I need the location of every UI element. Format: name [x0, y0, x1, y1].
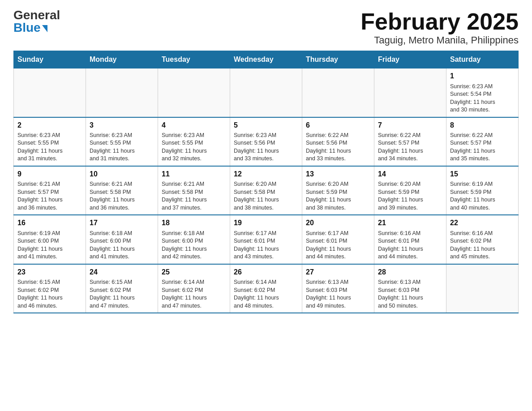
calendar-header: SundayMondayTuesdayWednesdayThursdayFrid… [14, 51, 519, 68]
calendar-day-header: Saturday [446, 51, 519, 68]
calendar-day-cell: 16Sunrise: 6:19 AM Sunset: 6:00 PM Dayli… [14, 215, 86, 264]
calendar-day-cell: 26Sunrise: 6:14 AM Sunset: 6:02 PM Dayli… [230, 264, 302, 313]
day-info: Sunrise: 6:17 AM Sunset: 6:01 PM Dayligh… [234, 230, 298, 261]
calendar-week-row: 9Sunrise: 6:21 AM Sunset: 5:57 PM Daylig… [14, 166, 519, 215]
day-number: 21 [378, 218, 442, 228]
day-info: Sunrise: 6:20 AM Sunset: 5:59 PM Dayligh… [306, 180, 370, 212]
calendar-day-cell: 9Sunrise: 6:21 AM Sunset: 5:57 PM Daylig… [14, 166, 86, 215]
day-number: 6 [306, 120, 370, 130]
page-header: General Blue February 2025 Taguig, Metro… [13, 9, 519, 46]
day-info: Sunrise: 6:21 AM Sunset: 5:58 PM Dayligh… [162, 180, 226, 212]
day-info: Sunrise: 6:20 AM Sunset: 5:58 PM Dayligh… [234, 180, 298, 212]
calendar-title: February 2025 [360, 9, 519, 34]
day-info: Sunrise: 6:17 AM Sunset: 6:01 PM Dayligh… [306, 230, 370, 261]
calendar-day-cell: 17Sunrise: 6:18 AM Sunset: 6:00 PM Dayli… [86, 215, 158, 264]
day-number: 16 [17, 218, 82, 228]
day-number: 18 [162, 218, 226, 228]
logo-text-group: General Blue [13, 9, 60, 34]
day-info: Sunrise: 6:14 AM Sunset: 6:02 PM Dayligh… [234, 278, 298, 310]
calendar-table: SundayMondayTuesdayWednesdayThursdayFrid… [13, 51, 519, 313]
calendar-day-cell: 12Sunrise: 6:20 AM Sunset: 5:58 PM Dayli… [230, 166, 302, 215]
calendar-week-row: 23Sunrise: 6:15 AM Sunset: 6:02 PM Dayli… [14, 264, 519, 313]
day-number: 27 [306, 267, 370, 277]
calendar-day-cell: 23Sunrise: 6:15 AM Sunset: 6:02 PM Dayli… [14, 264, 86, 313]
day-info: Sunrise: 6:13 AM Sunset: 6:03 PM Dayligh… [378, 278, 442, 310]
calendar-day-cell: 13Sunrise: 6:20 AM Sunset: 5:59 PM Dayli… [302, 166, 374, 215]
day-info: Sunrise: 6:16 AM Sunset: 6:01 PM Dayligh… [378, 230, 442, 261]
day-number: 7 [378, 120, 442, 130]
calendar-day-cell [86, 68, 158, 117]
day-number: 11 [162, 169, 226, 179]
day-number: 17 [90, 218, 154, 228]
logo-general-text: General [13, 9, 60, 21]
calendar-day-cell: 6Sunrise: 6:22 AM Sunset: 5:56 PM Daylig… [302, 117, 374, 166]
title-area: February 2025 Taguig, Metro Manila, Phil… [360, 9, 519, 46]
day-number: 3 [90, 120, 154, 130]
calendar-day-cell: 5Sunrise: 6:23 AM Sunset: 5:56 PM Daylig… [230, 117, 302, 166]
day-info: Sunrise: 6:14 AM Sunset: 6:02 PM Dayligh… [162, 278, 226, 310]
calendar-week-row: 16Sunrise: 6:19 AM Sunset: 6:00 PM Dayli… [14, 215, 519, 264]
day-info: Sunrise: 6:16 AM Sunset: 6:02 PM Dayligh… [450, 230, 515, 261]
calendar-day-header: Sunday [14, 51, 86, 68]
calendar-day-cell: 19Sunrise: 6:17 AM Sunset: 6:01 PM Dayli… [230, 215, 302, 264]
day-info: Sunrise: 6:22 AM Sunset: 5:56 PM Dayligh… [306, 132, 370, 163]
day-info: Sunrise: 6:21 AM Sunset: 5:58 PM Dayligh… [90, 180, 154, 212]
day-number: 15 [450, 169, 515, 179]
calendar-day-header: Monday [86, 51, 158, 68]
day-number: 4 [162, 120, 226, 130]
day-number: 26 [234, 267, 298, 277]
calendar-day-cell: 28Sunrise: 6:13 AM Sunset: 6:03 PM Dayli… [374, 264, 446, 313]
logo-blue-row: Blue [13, 21, 60, 34]
calendar-day-cell: 1Sunrise: 6:23 AM Sunset: 5:54 PM Daylig… [446, 68, 519, 117]
day-number: 9 [17, 169, 82, 179]
calendar-header-row: SundayMondayTuesdayWednesdayThursdayFrid… [14, 51, 519, 68]
day-number: 2 [17, 120, 82, 130]
calendar-day-cell: 11Sunrise: 6:21 AM Sunset: 5:58 PM Dayli… [158, 166, 230, 215]
day-number: 23 [17, 267, 82, 277]
calendar-day-cell: 14Sunrise: 6:20 AM Sunset: 5:59 PM Dayli… [374, 166, 446, 215]
calendar-day-cell: 15Sunrise: 6:19 AM Sunset: 5:59 PM Dayli… [446, 166, 519, 215]
calendar-day-cell: 25Sunrise: 6:14 AM Sunset: 6:02 PM Dayli… [158, 264, 230, 313]
day-info: Sunrise: 6:13 AM Sunset: 6:03 PM Dayligh… [306, 278, 370, 310]
calendar-day-cell: 27Sunrise: 6:13 AM Sunset: 6:03 PM Dayli… [302, 264, 374, 313]
day-number: 5 [234, 120, 298, 130]
day-number: 14 [378, 169, 442, 179]
day-info: Sunrise: 6:21 AM Sunset: 5:57 PM Dayligh… [17, 180, 82, 212]
day-number: 19 [234, 218, 298, 228]
calendar-day-cell: 2Sunrise: 6:23 AM Sunset: 5:55 PM Daylig… [14, 117, 86, 166]
calendar-week-row: 1Sunrise: 6:23 AM Sunset: 5:54 PM Daylig… [14, 68, 519, 117]
calendar-day-cell: 22Sunrise: 6:16 AM Sunset: 6:02 PM Dayli… [446, 215, 519, 264]
calendar-day-cell [374, 68, 446, 117]
day-info: Sunrise: 6:15 AM Sunset: 6:02 PM Dayligh… [90, 278, 154, 310]
calendar-day-cell: 3Sunrise: 6:23 AM Sunset: 5:55 PM Daylig… [86, 117, 158, 166]
calendar-day-cell: 20Sunrise: 6:17 AM Sunset: 6:01 PM Dayli… [302, 215, 374, 264]
day-info: Sunrise: 6:23 AM Sunset: 5:55 PM Dayligh… [162, 132, 226, 163]
calendar-body: 1Sunrise: 6:23 AM Sunset: 5:54 PM Daylig… [14, 68, 519, 313]
day-number: 20 [306, 218, 370, 228]
day-info: Sunrise: 6:18 AM Sunset: 6:00 PM Dayligh… [162, 230, 226, 261]
calendar-day-cell [446, 264, 519, 313]
day-info: Sunrise: 6:18 AM Sunset: 6:00 PM Dayligh… [90, 230, 154, 261]
calendar-day-cell [302, 68, 374, 117]
logo: General Blue [13, 9, 60, 34]
day-number: 8 [450, 120, 515, 130]
day-number: 12 [234, 169, 298, 179]
day-number: 1 [450, 71, 515, 81]
calendar-day-cell [14, 68, 86, 117]
day-info: Sunrise: 6:23 AM Sunset: 5:55 PM Dayligh… [17, 132, 82, 163]
calendar-day-cell: 18Sunrise: 6:18 AM Sunset: 6:00 PM Dayli… [158, 215, 230, 264]
calendar-day-header: Thursday [302, 51, 374, 68]
calendar-day-cell [230, 68, 302, 117]
calendar-subtitle: Taguig, Metro Manila, Philippines [360, 34, 519, 46]
day-number: 10 [90, 169, 154, 179]
calendar-week-row: 2Sunrise: 6:23 AM Sunset: 5:55 PM Daylig… [14, 117, 519, 166]
day-number: 28 [378, 267, 442, 277]
day-number: 22 [450, 218, 515, 228]
logo-triangle-icon [42, 25, 47, 32]
calendar-day-cell: 21Sunrise: 6:16 AM Sunset: 6:01 PM Dayli… [374, 215, 446, 264]
calendar-day-header: Friday [374, 51, 446, 68]
calendar-day-header: Wednesday [230, 51, 302, 68]
day-info: Sunrise: 6:23 AM Sunset: 5:54 PM Dayligh… [450, 83, 515, 114]
day-info: Sunrise: 6:22 AM Sunset: 5:57 PM Dayligh… [450, 132, 515, 163]
day-number: 13 [306, 169, 370, 179]
